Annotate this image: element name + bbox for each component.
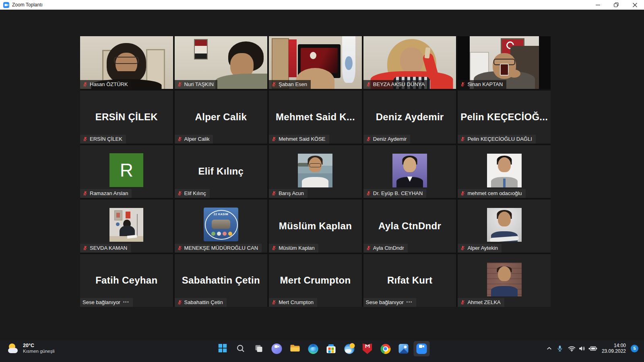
muted-mic-icon bbox=[177, 136, 182, 142]
connecting-dots: ••• bbox=[123, 300, 129, 304]
participant-label: MENEKŞE MÜDÜROĞLU CAN bbox=[175, 244, 262, 253]
chrome-browser-icon bbox=[380, 344, 390, 354]
taskbar-task-view-button[interactable] bbox=[251, 341, 267, 356]
participant-tile-saban-esen[interactable]: Şaban Esen bbox=[269, 36, 362, 89]
participant-tile-nuri-taskin[interactable]: Nuri TAŞKIN bbox=[175, 36, 268, 89]
participant-tile-baris-acun[interactable]: Barış Acun bbox=[269, 145, 362, 198]
participant-tile-mehmet-cem-odacioglu[interactable]: mehmet cem odacıoğlu bbox=[458, 145, 551, 198]
participant-label: Sinan KAPTAN bbox=[458, 80, 506, 89]
profile-photo bbox=[487, 263, 522, 296]
weather-temperature: 20°C bbox=[23, 343, 55, 348]
taskbar-chrome-button[interactable] bbox=[378, 341, 394, 356]
participant-label: BEYZA AKSU DÜNYA bbox=[363, 80, 428, 89]
volume-icon bbox=[578, 346, 586, 352]
participant-tile-muslum-kaplan[interactable]: Müslüm Kaplan Müslüm Kaplan bbox=[269, 200, 362, 252]
muted-mic-icon bbox=[460, 136, 465, 142]
close-button[interactable] bbox=[625, 0, 644, 10]
muted-mic-icon bbox=[177, 245, 182, 251]
tray-time: 14:00 bbox=[602, 343, 626, 348]
participant-tile-fatih-ceyhan[interactable]: Fatih Ceyhan Sese bağlanıyor••• bbox=[80, 254, 173, 307]
taskbar-mcafee-button[interactable] bbox=[359, 341, 376, 356]
turkish-flag bbox=[289, 39, 297, 78]
muted-mic-icon bbox=[460, 300, 465, 305]
taskbar-weather-widget[interactable]: 20°C Kısmen güneşli bbox=[6, 342, 57, 355]
search-icon bbox=[236, 344, 245, 354]
task-view-icon bbox=[254, 344, 263, 354]
weather-app-icon bbox=[344, 344, 354, 354]
profile-photo bbox=[487, 208, 522, 242]
taskbar-chat-button[interactable] bbox=[269, 341, 285, 356]
muted-mic-icon bbox=[177, 300, 182, 305]
participant-label: Müslüm Kaplan bbox=[269, 244, 318, 253]
participant-tile-mehmet-said-kose[interactable]: Mehmet Said K... Mehmet Said KÖSE bbox=[269, 90, 362, 143]
participant-tile-hasan-ozturk[interactable]: Hasan ÖZTÜRK bbox=[80, 36, 173, 89]
participant-tile-ramazan-arslan[interactable]: R Ramazan Arslan bbox=[80, 145, 173, 198]
participant-label: Mert Crumpton bbox=[269, 298, 317, 307]
muted-mic-icon bbox=[366, 245, 371, 251]
muted-mic-icon bbox=[460, 191, 465, 196]
participant-tile-ahmet-zelka[interactable]: Ahmet ZELKA bbox=[458, 254, 551, 307]
muted-mic-icon bbox=[83, 136, 88, 142]
participant-tile-sabahattin-cetin[interactable]: Sabahattin Çetin Sabahattin Çetin bbox=[175, 254, 268, 307]
participant-tile-alper-aytekin[interactable]: Alper Aytekin bbox=[458, 200, 551, 252]
participant-label: Deniz Aydemir bbox=[363, 135, 411, 144]
participant-tile-beyza-aksu-dunya[interactable]: BEYZA AKSU DÜNYA bbox=[363, 36, 456, 89]
participant-label: Mehmet Said KÖSE bbox=[269, 135, 329, 144]
minimize-button[interactable] bbox=[588, 0, 607, 10]
participant-tile-sevda-kaman[interactable]: SEVDA KAMAN bbox=[80, 200, 173, 252]
minimize-icon bbox=[596, 3, 600, 7]
participant-grid: Hasan ÖZTÜRK Nuri TAŞKIN Şaban Esen BEYZ… bbox=[80, 36, 551, 307]
partly-sunny-icon bbox=[8, 343, 19, 354]
muted-mic-icon bbox=[83, 245, 88, 251]
muted-mic-icon bbox=[271, 136, 277, 142]
participant-label: Ayla CtnDndr bbox=[363, 244, 408, 253]
zoom-app-icon bbox=[417, 343, 427, 354]
chevron-up-icon bbox=[547, 347, 552, 350]
participant-label: Sabahattin Çetin bbox=[175, 298, 227, 307]
participant-label: Elif Kılınç bbox=[175, 189, 210, 198]
participant-tile-rifat-kurt[interactable]: Rıfat Kurt Sese bağlanıyor••• bbox=[363, 254, 456, 307]
taskbar-photos-button[interactable] bbox=[396, 341, 412, 356]
taskbar-search-button[interactable] bbox=[233, 341, 249, 356]
tray-date: 23.09.2022 bbox=[602, 348, 626, 354]
muted-mic-icon bbox=[366, 82, 371, 87]
taskbar-microsoft-store-button[interactable] bbox=[323, 341, 339, 356]
participant-label: Alper Calik bbox=[175, 135, 213, 144]
participant-label: ERSİN ÇİLEK bbox=[80, 135, 126, 144]
taskbar-edge-button[interactable] bbox=[305, 341, 321, 356]
tray-network-volume-battery-button[interactable] bbox=[567, 345, 598, 352]
participant-label: Nuri TAŞKIN bbox=[175, 80, 217, 89]
participant-tile-deniz-aydemir[interactable]: Deniz Aydemir Deniz Aydemir bbox=[363, 90, 456, 143]
participant-label: Dr. Eyüp B. CEYHAN bbox=[363, 189, 427, 198]
profile-photo bbox=[487, 154, 522, 187]
battery-charging-icon bbox=[588, 346, 597, 351]
notification-badge[interactable]: 5 bbox=[631, 345, 638, 352]
muted-mic-icon bbox=[271, 191, 277, 196]
mcafee-shield-icon bbox=[363, 343, 372, 354]
participant-tile-elif-kilinc[interactable]: Elif Kılınç Elif Kılınç bbox=[175, 145, 268, 198]
participant-tile-menekse-muduroglu-can[interactable]: 22 KASIM MENEKŞE MÜDÜROĞLU CAN bbox=[175, 200, 268, 252]
participant-tile-mert-crumpton[interactable]: Mert Crumpton Mert Crumpton bbox=[269, 254, 362, 307]
participant-tile-ersin-cilek[interactable]: ERSİN ÇİLEK ERSİN ÇİLEK bbox=[80, 90, 173, 143]
participant-tile-ayla-ctndndr[interactable]: Ayla CtnDndr Ayla CtnDndr bbox=[363, 200, 456, 252]
muted-mic-icon bbox=[177, 82, 182, 87]
muted-mic-icon bbox=[83, 82, 88, 87]
participant-label: mehmet cem odacıoğlu bbox=[458, 189, 525, 198]
taskbar-zoom-button-active[interactable] bbox=[414, 341, 430, 356]
taskbar-weather-app-button[interactable] bbox=[341, 341, 357, 356]
microphone-in-use-icon bbox=[557, 345, 563, 352]
window-title: Zoom Toplantı bbox=[12, 2, 43, 8]
participant-tile-pelin-kececioglu-dagli[interactable]: Pelin KEÇECİOĞ... Pelin KEÇECİOĞLU DAĞLI bbox=[458, 90, 551, 143]
participant-tile-eyup-ceyhan[interactable]: Dr. Eyüp B. CEYHAN bbox=[363, 145, 456, 198]
participant-tile-sinan-kaptan[interactable]: Sinan KAPTAN bbox=[458, 36, 551, 89]
close-icon bbox=[633, 3, 637, 7]
restore-button[interactable] bbox=[607, 0, 625, 10]
tray-chevron-button[interactable] bbox=[546, 346, 553, 351]
taskbar-start-button[interactable] bbox=[215, 341, 231, 356]
tray-clock[interactable]: 14:00 23.09.2022 bbox=[602, 343, 626, 354]
participant-label: Hasan ÖZTÜRK bbox=[80, 80, 132, 89]
participant-tile-alper-calik[interactable]: Alper Calik Alper Calik bbox=[175, 90, 268, 143]
muted-mic-icon bbox=[460, 82, 465, 87]
tray-microphone-button[interactable] bbox=[556, 344, 564, 353]
taskbar-file-explorer-button[interactable] bbox=[287, 341, 303, 356]
